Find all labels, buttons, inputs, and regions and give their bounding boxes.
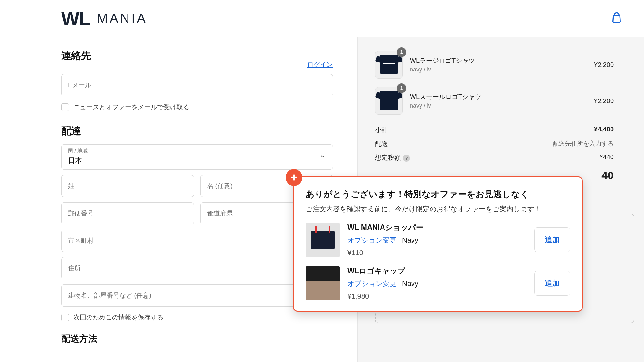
subtotal-label: 小計 xyxy=(375,126,388,134)
help-icon[interactable]: ? xyxy=(403,155,410,162)
add-offer-button[interactable]: 追加 xyxy=(534,227,570,252)
item-price: ¥2,200 xyxy=(594,97,614,105)
item-price: ¥2,200 xyxy=(594,61,614,69)
delivery-title: 配達 xyxy=(61,124,333,138)
chevron-down-icon xyxy=(320,153,326,161)
country-value: 日本 xyxy=(68,156,326,166)
save-info-label: 次回のためこの情報を保存する xyxy=(73,313,164,322)
email-field[interactable] xyxy=(61,74,333,96)
offer-thumb xyxy=(306,266,340,300)
newsletter-label: ニュースとオファーをメールで受け取る xyxy=(73,103,189,111)
offer-item-variant: Navy xyxy=(402,236,418,244)
offer-subtitle: ご注文内容を確認する前に、今だけ限定のお得なオファーをご案内します！ xyxy=(306,205,570,214)
offer-item: WL MANIAショッパー オプション変更 Navy ¥110 追加 xyxy=(306,223,570,257)
logo-wl: WL xyxy=(61,7,90,30)
header: WL MANIA xyxy=(0,0,644,37)
qty-badge: 1 xyxy=(397,47,406,57)
contact-title: 連絡先 xyxy=(61,49,91,62)
qty-badge: 1 xyxy=(397,83,406,93)
shipping-value: 配送先住所を入力する xyxy=(553,139,614,148)
shipping-label: 配送 xyxy=(375,139,388,148)
lastname-field[interactable] xyxy=(61,175,194,197)
product-thumb: 1 xyxy=(375,51,403,79)
offer-item-variant: Navy xyxy=(402,280,418,288)
address-field[interactable] xyxy=(61,257,333,279)
country-label: 国 / 地域 xyxy=(68,148,326,155)
item-name: WLスモールロゴTシャツ xyxy=(410,92,587,101)
country-select[interactable]: 国 / 地域 日本 xyxy=(61,144,333,170)
postal-field[interactable] xyxy=(61,202,194,224)
tax-label: 想定税額? xyxy=(375,153,410,162)
address2-field[interactable] xyxy=(61,284,333,307)
offer-option-link[interactable]: オプション変更 xyxy=(347,236,396,245)
tax-value: ¥440 xyxy=(600,153,614,162)
logo-mania: MANIA xyxy=(97,11,147,26)
cart-item: 1 WLスモールロゴTシャツ navy / M ¥2,200 xyxy=(375,87,614,115)
plus-icon xyxy=(286,169,302,186)
login-link[interactable]: ログイン xyxy=(307,60,333,69)
item-variant: navy / M xyxy=(410,66,587,73)
offer-thumb xyxy=(306,223,340,257)
offer-item-price: ¥110 xyxy=(347,249,526,257)
product-thumb: 1 xyxy=(375,87,403,115)
offer-item-price: ¥1,980 xyxy=(347,292,526,300)
save-info-checkbox[interactable] xyxy=(61,314,69,321)
grand-total-suffix: 40 xyxy=(601,169,614,182)
cart-icon[interactable] xyxy=(611,12,622,25)
upsell-offer-popup: ありがとうございます！特別なオファーをお見逃しなく ご注文内容を確認する前に、今… xyxy=(293,176,583,312)
store-logo[interactable]: WL MANIA xyxy=(61,7,147,30)
offer-item-name: WL MANIAショッパー xyxy=(347,223,526,233)
item-name: WLラージロゴTシャツ xyxy=(410,56,587,65)
cart-item: 1 WLラージロゴTシャツ navy / M ¥2,200 xyxy=(375,51,614,79)
offer-item-name: WLロゴキャップ xyxy=(347,266,526,276)
offer-item: WLロゴキャップ オプション変更 Navy ¥1,980 追加 xyxy=(306,266,570,300)
offer-option-link[interactable]: オプション変更 xyxy=(347,279,396,288)
offer-title: ありがとうございます！特別なオファーをお見逃しなく xyxy=(306,188,570,200)
subtotal-value: ¥4,400 xyxy=(594,126,614,134)
add-offer-button[interactable]: 追加 xyxy=(534,271,570,296)
newsletter-checkbox[interactable] xyxy=(61,103,69,111)
item-variant: navy / M xyxy=(410,102,587,109)
shipping-method-title: 配送方法 xyxy=(61,333,333,345)
city-field[interactable] xyxy=(61,230,333,252)
